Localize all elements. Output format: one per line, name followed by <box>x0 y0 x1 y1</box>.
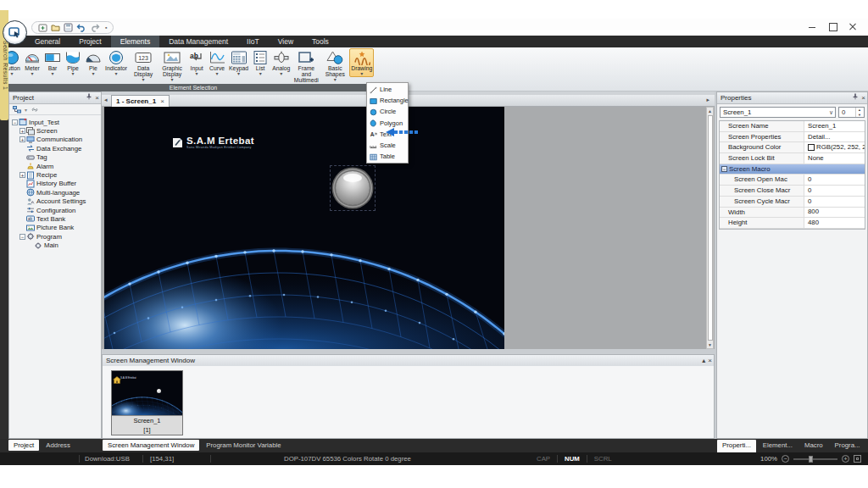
tree-item-alarm[interactable]: Alarm <box>9 162 101 170</box>
menu-view[interactable]: View <box>269 36 303 47</box>
dock-tab-address[interactable]: Address <box>41 440 75 451</box>
ribbon-input-button[interactable]: abInput▾ <box>186 48 207 77</box>
spinner-value: 0 <box>842 108 845 116</box>
undo-icon[interactable] <box>76 23 86 32</box>
tree-item-screen[interactable]: +Screen <box>9 126 101 135</box>
expander-plus-icon[interactable]: + <box>19 172 25 178</box>
redo-icon[interactable] <box>90 23 100 32</box>
ribbon-curve-button[interactable]: Curve▾ <box>207 48 227 77</box>
expander-plus-icon[interactable]: + <box>19 136 25 142</box>
knob-element[interactable] <box>336 171 370 205</box>
tree-item-program[interactable]: −Program <box>9 232 101 241</box>
minimize-icon[interactable] <box>802 19 822 34</box>
scroll-down-icon[interactable]: ▼ <box>707 342 713 347</box>
property-value[interactable]: Detail... <box>804 132 865 142</box>
screen-thumbnail[interactable]: S.A.M Ertebat Screen_1 [1] <box>111 370 183 435</box>
app-logo-icon[interactable] <box>3 20 27 45</box>
dock-tab-project[interactable]: Project <box>8 440 39 451</box>
tab-scroll-left-icon[interactable]: ◂ <box>104 97 108 103</box>
property-value[interactable]: 0 <box>804 175 865 185</box>
menu-project[interactable]: Project <box>70 36 110 47</box>
tree-item-history-buffer[interactable]: History Buffer <box>9 180 101 188</box>
zoom-out-icon[interactable]: − <box>782 455 789 463</box>
maximize-icon[interactable] <box>822 19 843 34</box>
tree-item-configuration[interactable]: Configuration <box>9 206 101 214</box>
menu-iiot[interactable]: IIoT <box>237 36 269 47</box>
group-collapse-icon[interactable]: − <box>721 166 727 172</box>
close-icon[interactable]: × <box>708 358 712 364</box>
tree-item-main[interactable]: Main <box>9 241 101 249</box>
dropdown-caret-icon: ▾ <box>85 71 102 76</box>
ribbon-indicator-button[interactable]: Indicator▾ <box>103 48 129 77</box>
menu-data-management[interactable]: Data Management <box>159 36 237 47</box>
logo-subtitle: Sana Miranda Madiyan Ertebat Company <box>186 146 254 149</box>
ribbon-meter-button[interactable]: Meter▾ <box>22 48 42 77</box>
tree-item-input-test[interactable]: −Input_Test <box>9 118 101 126</box>
property-group-screen-macro[interactable]: −Screen Macro <box>720 164 865 175</box>
tree-item-data-exchange[interactable]: Data Exchange <box>9 144 101 152</box>
dropdown-caret-icon: ▾ <box>64 71 81 76</box>
property-value[interactable]: 0 <box>804 197 865 207</box>
menu-general[interactable]: General <box>25 36 70 47</box>
toolbar-caret-icon[interactable]: ▾ <box>25 107 27 113</box>
ribbon-pie-button[interactable]: Pie▾ <box>83 48 103 77</box>
tree-item-tag[interactable]: Tag <box>9 153 101 162</box>
dock-tab-screen-management-window[interactable]: Screen Management Window <box>103 440 199 451</box>
canvas-vertical-scrollbar[interactable]: ▲ ▼ <box>706 107 714 349</box>
close-icon[interactable]: × <box>95 95 99 102</box>
new-project-icon[interactable] <box>38 23 47 32</box>
pin-icon[interactable] <box>86 92 92 103</box>
ribbon-data-display-button[interactable]: 123Data Display▾ <box>129 48 158 83</box>
tree-item-text-bank[interactable]: abText Bank <box>9 214 101 223</box>
zoom-in-icon[interactable]: + <box>842 455 849 463</box>
tree-item-label: Text Bank <box>36 215 65 223</box>
open-project-icon[interactable] <box>51 23 60 32</box>
ribbon-graphic-display-button[interactable]: Graphic Display▾ <box>158 48 186 83</box>
property-value[interactable]: None <box>804 153 865 164</box>
expander-plus-icon[interactable]: + <box>19 128 25 134</box>
expander-minus-icon[interactable]: − <box>12 119 18 125</box>
pin-icon[interactable] <box>852 92 859 103</box>
collapse-icon[interactable]: ▴ <box>702 358 705 364</box>
property-value[interactable]: RGB(252, 252, 252) <box>804 142 865 152</box>
zoom-slider-thumb[interactable] <box>809 456 813 463</box>
screen-selector-dropdown[interactable]: Screen_1 ∨ <box>720 107 836 118</box>
ribbon-bar-button[interactable]: Bar▾ <box>42 48 63 77</box>
ribbon-drawing-button[interactable]: Drawing▾ <box>349 48 374 77</box>
ribbon-basic-shapes-button[interactable]: Basic Shapes▾ <box>320 48 349 83</box>
tree-item-multi-language[interactable]: Multi-language <box>9 188 101 197</box>
ribbon-keypad-button[interactable]: Keypad▾ <box>227 48 250 77</box>
ribbon-analog-button[interactable]: Analog▾ <box>270 48 292 77</box>
menu-elements[interactable]: Elements <box>111 36 159 47</box>
property-value[interactable]: Screen_1 <box>804 121 865 131</box>
close-icon[interactable]: × <box>861 95 865 102</box>
ribbon: Button▾Meter▾Bar▾Pipe▾Pie▾Indicator▾123D… <box>0 47 868 92</box>
tree-item-recipe[interactable]: +Recipe <box>9 170 101 179</box>
screen-number-spinner[interactable]: 0 ▲▼ <box>838 107 865 118</box>
drawing-menu-label: Line <box>380 86 392 93</box>
scroll-up-icon[interactable]: ▲ <box>707 108 713 114</box>
expander-minus-icon[interactable]: − <box>19 234 25 240</box>
screen-tab[interactable]: 1 - Screen_1 × <box>111 95 170 107</box>
zoom-slider[interactable] <box>793 458 837 460</box>
tab-scroll-right-icon[interactable]: ▸ <box>706 97 709 103</box>
tree-item-account-settings[interactable]: Account Settings <box>9 197 101 206</box>
property-value[interactable]: 0 <box>804 186 865 196</box>
tree-item-communication[interactable]: +Communication <box>9 136 101 144</box>
save-icon[interactable] <box>64 23 73 32</box>
property-value[interactable]: 480 <box>804 218 865 228</box>
dock-tab-program-monitor-variable[interactable]: Program Monitor Variable <box>201 440 286 451</box>
spinner-arrows-icon[interactable]: ▲▼ <box>855 108 863 117</box>
hmi-screen-canvas[interactable]: S.A.M Ertebat Sana Miranda Madiyan Erteb… <box>104 107 504 349</box>
tree-item-picture-bank[interactable]: Picture Bank <box>9 224 101 232</box>
scrollbar-thumb[interactable] <box>708 115 713 341</box>
property-value[interactable]: 800 <box>804 208 865 218</box>
ribbon-list-button[interactable]: List▾ <box>250 48 270 77</box>
drawing-menu-table[interactable]: Table <box>367 151 408 162</box>
menu-tools[interactable]: Tools <box>303 36 338 47</box>
ribbon-pipe-button[interactable]: Pipe▾ <box>63 48 83 77</box>
quickbar-more-icon[interactable]: ▪ <box>105 25 107 30</box>
tab-close-icon[interactable]: × <box>160 97 164 105</box>
fit-screen-icon[interactable] <box>854 455 861 463</box>
close-icon[interactable] <box>843 19 863 34</box>
